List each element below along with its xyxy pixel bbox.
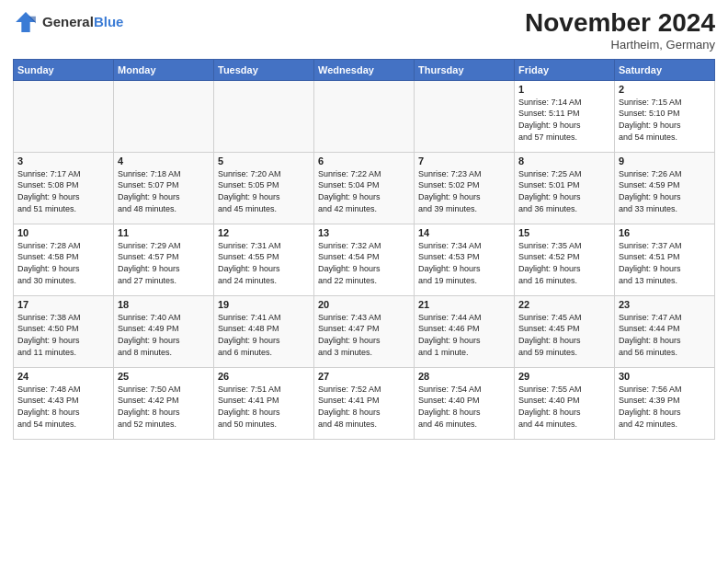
day-number: 4	[118, 155, 210, 167]
calendar-cell: 6Sunrise: 7:22 AM Sunset: 5:04 PM Daylig…	[314, 152, 415, 224]
month-title: November 2024	[525, 9, 715, 38]
day-number: 3	[17, 155, 109, 167]
day-number: 28	[418, 371, 510, 382]
day-number: 5	[218, 155, 310, 167]
calendar-cell	[14, 80, 114, 152]
day-info: Sunrise: 7:51 AM Sunset: 4:41 PM Dayligh…	[218, 384, 310, 430]
day-number: 12	[218, 227, 310, 238]
day-info: Sunrise: 7:25 AM Sunset: 5:01 PM Dayligh…	[518, 168, 610, 214]
day-number: 26	[218, 371, 310, 382]
logo: GeneralBlue	[13, 9, 123, 35]
dow-header-thursday: Thursday	[415, 59, 515, 80]
calendar-cell: 13Sunrise: 7:32 AM Sunset: 4:54 PM Dayli…	[314, 224, 415, 295]
day-number: 16	[619, 227, 711, 238]
calendar: SundayMondayTuesdayWednesdayThursdayFrid…	[13, 59, 715, 440]
dow-header-monday: Monday	[114, 59, 214, 80]
day-info: Sunrise: 7:54 AM Sunset: 4:40 PM Dayligh…	[418, 384, 510, 430]
day-info: Sunrise: 7:55 AM Sunset: 4:40 PM Dayligh…	[518, 384, 610, 430]
calendar-cell: 30Sunrise: 7:56 AM Sunset: 4:39 PM Dayli…	[615, 367, 715, 439]
day-info: Sunrise: 7:17 AM Sunset: 5:08 PM Dayligh…	[17, 168, 109, 214]
day-info: Sunrise: 7:20 AM Sunset: 5:05 PM Dayligh…	[218, 168, 310, 214]
day-number: 19	[218, 299, 310, 310]
day-info: Sunrise: 7:50 AM Sunset: 4:42 PM Dayligh…	[118, 384, 210, 430]
calendar-cell: 28Sunrise: 7:54 AM Sunset: 4:40 PM Dayli…	[415, 367, 515, 439]
day-number: 6	[318, 155, 410, 167]
calendar-cell: 1Sunrise: 7:14 AM Sunset: 5:11 PM Daylig…	[515, 80, 615, 152]
day-info: Sunrise: 7:43 AM Sunset: 4:47 PM Dayligh…	[318, 312, 410, 358]
calendar-cell: 15Sunrise: 7:35 AM Sunset: 4:52 PM Dayli…	[515, 224, 615, 295]
day-number: 11	[118, 227, 210, 238]
page: GeneralBlue November 2024 Hartheim, Germ…	[0, 0, 728, 563]
day-number: 24	[17, 371, 109, 382]
calendar-cell: 29Sunrise: 7:55 AM Sunset: 4:40 PM Dayli…	[515, 367, 615, 439]
day-number: 29	[518, 371, 610, 382]
calendar-cell: 4Sunrise: 7:18 AM Sunset: 5:07 PM Daylig…	[114, 152, 214, 224]
calendar-cell: 21Sunrise: 7:44 AM Sunset: 4:46 PM Dayli…	[415, 295, 515, 367]
svg-marker-0	[16, 12, 36, 32]
day-number: 23	[619, 299, 711, 310]
dow-header-sunday: Sunday	[14, 59, 114, 80]
day-info: Sunrise: 7:29 AM Sunset: 4:57 PM Dayligh…	[118, 240, 210, 286]
day-info: Sunrise: 7:56 AM Sunset: 4:39 PM Dayligh…	[619, 384, 711, 430]
day-info: Sunrise: 7:41 AM Sunset: 4:48 PM Dayligh…	[218, 312, 310, 358]
day-number: 25	[118, 371, 210, 382]
calendar-cell: 16Sunrise: 7:37 AM Sunset: 4:51 PM Dayli…	[615, 224, 715, 295]
calendar-cell: 5Sunrise: 7:20 AM Sunset: 5:05 PM Daylig…	[214, 152, 314, 224]
calendar-cell: 20Sunrise: 7:43 AM Sunset: 4:47 PM Dayli…	[314, 295, 415, 367]
day-number: 13	[318, 227, 410, 238]
day-number: 17	[17, 299, 109, 310]
day-info: Sunrise: 7:48 AM Sunset: 4:43 PM Dayligh…	[17, 384, 109, 430]
day-info: Sunrise: 7:52 AM Sunset: 4:41 PM Dayligh…	[318, 384, 410, 430]
day-info: Sunrise: 7:47 AM Sunset: 4:44 PM Dayligh…	[619, 312, 711, 358]
day-info: Sunrise: 7:37 AM Sunset: 4:51 PM Dayligh…	[619, 240, 711, 286]
calendar-cell	[214, 80, 314, 152]
location: Hartheim, Germany	[525, 38, 715, 52]
calendar-cell: 8Sunrise: 7:25 AM Sunset: 5:01 PM Daylig…	[515, 152, 615, 224]
day-info: Sunrise: 7:34 AM Sunset: 4:53 PM Dayligh…	[418, 240, 510, 286]
day-info: Sunrise: 7:26 AM Sunset: 4:59 PM Dayligh…	[619, 168, 711, 214]
day-info: Sunrise: 7:31 AM Sunset: 4:55 PM Dayligh…	[218, 240, 310, 286]
calendar-cell	[415, 80, 515, 152]
calendar-cell: 9Sunrise: 7:26 AM Sunset: 4:59 PM Daylig…	[615, 152, 715, 224]
day-info: Sunrise: 7:14 AM Sunset: 5:11 PM Dayligh…	[518, 97, 610, 143]
day-number: 30	[619, 371, 711, 382]
day-info: Sunrise: 7:22 AM Sunset: 5:04 PM Dayligh…	[318, 168, 410, 214]
calendar-cell: 10Sunrise: 7:28 AM Sunset: 4:58 PM Dayli…	[14, 224, 114, 295]
calendar-cell: 22Sunrise: 7:45 AM Sunset: 4:45 PM Dayli…	[515, 295, 615, 367]
day-number: 9	[619, 155, 711, 167]
calendar-cell: 26Sunrise: 7:51 AM Sunset: 4:41 PM Dayli…	[214, 367, 314, 439]
day-number: 22	[518, 299, 610, 310]
calendar-cell: 17Sunrise: 7:38 AM Sunset: 4:50 PM Dayli…	[14, 295, 114, 367]
day-info: Sunrise: 7:28 AM Sunset: 4:58 PM Dayligh…	[17, 240, 109, 286]
calendar-cell	[314, 80, 415, 152]
day-info: Sunrise: 7:40 AM Sunset: 4:49 PM Dayligh…	[118, 312, 210, 358]
day-info: Sunrise: 7:45 AM Sunset: 4:45 PM Dayligh…	[518, 312, 610, 358]
day-number: 15	[518, 227, 610, 238]
calendar-cell	[114, 80, 214, 152]
day-number: 14	[418, 227, 510, 238]
week-row-5: 24Sunrise: 7:48 AM Sunset: 4:43 PM Dayli…	[14, 367, 715, 439]
header: GeneralBlue November 2024 Hartheim, Germ…	[13, 9, 715, 52]
calendar-cell: 19Sunrise: 7:41 AM Sunset: 4:48 PM Dayli…	[214, 295, 314, 367]
calendar-cell: 27Sunrise: 7:52 AM Sunset: 4:41 PM Dayli…	[314, 367, 415, 439]
day-info: Sunrise: 7:38 AM Sunset: 4:50 PM Dayligh…	[17, 312, 109, 358]
calendar-cell: 18Sunrise: 7:40 AM Sunset: 4:49 PM Dayli…	[114, 295, 214, 367]
logo-text: GeneralBlue	[42, 15, 123, 30]
day-number: 7	[418, 155, 510, 167]
calendar-cell: 11Sunrise: 7:29 AM Sunset: 4:57 PM Dayli…	[114, 224, 214, 295]
day-number: 8	[518, 155, 610, 167]
week-row-2: 3Sunrise: 7:17 AM Sunset: 5:08 PM Daylig…	[14, 152, 715, 224]
dow-header-saturday: Saturday	[615, 59, 715, 80]
week-row-4: 17Sunrise: 7:38 AM Sunset: 4:50 PM Dayli…	[14, 295, 715, 367]
calendar-body: 1Sunrise: 7:14 AM Sunset: 5:11 PM Daylig…	[14, 80, 715, 439]
days-of-week-row: SundayMondayTuesdayWednesdayThursdayFrid…	[14, 59, 715, 80]
calendar-cell: 2Sunrise: 7:15 AM Sunset: 5:10 PM Daylig…	[615, 80, 715, 152]
day-info: Sunrise: 7:44 AM Sunset: 4:46 PM Dayligh…	[418, 312, 510, 358]
calendar-cell: 23Sunrise: 7:47 AM Sunset: 4:44 PM Dayli…	[615, 295, 715, 367]
calendar-cell: 25Sunrise: 7:50 AM Sunset: 4:42 PM Dayli…	[114, 367, 214, 439]
day-info: Sunrise: 7:35 AM Sunset: 4:52 PM Dayligh…	[518, 240, 610, 286]
dow-header-friday: Friday	[515, 59, 615, 80]
day-number: 21	[418, 299, 510, 310]
calendar-cell: 14Sunrise: 7:34 AM Sunset: 4:53 PM Dayli…	[415, 224, 515, 295]
day-number: 10	[17, 227, 109, 238]
